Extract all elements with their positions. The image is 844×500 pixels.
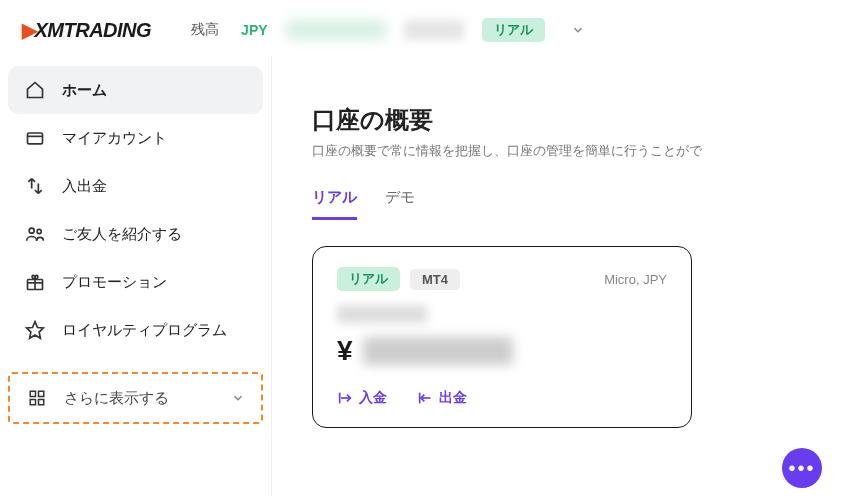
card-icon: [24, 127, 46, 149]
yen-symbol: ¥: [337, 335, 353, 367]
sidebar-item-label: ロイヤルティプログラム: [62, 321, 227, 340]
account-badge-real[interactable]: リアル: [482, 18, 545, 42]
sidebar-item-promotion[interactable]: プロモーション: [8, 258, 263, 306]
sidebar: ホーム マイアカウント 入出金 ご友人を紹介する プロモーション: [0, 56, 272, 496]
topbar: ▶ XMTRADING 残高 JPY リアル: [0, 0, 844, 56]
svg-marker-7: [27, 322, 44, 339]
balance-extra-hidden: [404, 20, 464, 40]
star-icon: [24, 319, 46, 341]
svg-rect-10: [30, 400, 35, 405]
svg-point-3: [37, 229, 41, 233]
card-badge-platform: MT4: [410, 269, 460, 290]
svg-rect-0: [28, 133, 43, 144]
sidebar-item-label: マイアカウント: [62, 129, 167, 148]
svg-point-2: [29, 228, 34, 233]
tab-demo[interactable]: デモ: [385, 188, 415, 220]
svg-rect-8: [30, 391, 35, 396]
grid-icon: [26, 387, 48, 409]
show-more-label: さらに表示する: [64, 389, 169, 408]
chevron-down-icon[interactable]: [571, 23, 585, 37]
balance-currency: JPY: [241, 22, 267, 38]
sidebar-item-label: 入出金: [62, 177, 107, 196]
dots-icon: •••: [788, 457, 815, 480]
more-actions-button[interactable]: •••: [782, 448, 822, 488]
card-account-type: Micro, JPY: [604, 272, 667, 287]
sidebar-item-loyalty[interactable]: ロイヤルティプログラム: [8, 306, 263, 354]
account-card: リアル MT4 Micro, JPY ¥ 入金: [312, 246, 692, 428]
deposit-button[interactable]: 入金: [337, 389, 387, 407]
sidebar-item-home[interactable]: ホーム: [8, 66, 263, 114]
svg-rect-11: [39, 400, 44, 405]
tab-real[interactable]: リアル: [312, 188, 357, 220]
gift-icon: [24, 271, 46, 293]
content: 口座の概要 口座の概要で常に情報を把握し、口座の管理を簡単に行うことがで リアル…: [272, 56, 844, 496]
chevron-down-icon: [231, 391, 245, 405]
sidebar-show-more[interactable]: さらに表示する: [8, 372, 263, 424]
deposit-label: 入金: [359, 389, 387, 407]
withdraw-label: 出金: [439, 389, 467, 407]
sidebar-item-myaccount[interactable]: マイアカウント: [8, 114, 263, 162]
sidebar-item-label: プロモーション: [62, 273, 167, 292]
home-icon: [24, 79, 46, 101]
page-title: 口座の概要: [312, 104, 844, 136]
logo: ▶ XMTRADING: [22, 18, 151, 42]
balance-label: 残高: [191, 21, 219, 39]
sidebar-item-refer[interactable]: ご友人を紹介する: [8, 210, 263, 258]
people-icon: [24, 223, 46, 245]
card-badge-real: リアル: [337, 267, 400, 291]
card-account-id-hidden: [337, 305, 427, 323]
account-tabs: リアル デモ: [312, 188, 844, 220]
sidebar-item-funds[interactable]: 入出金: [8, 162, 263, 210]
card-balance-hidden: [363, 337, 513, 365]
svg-rect-9: [39, 391, 44, 396]
withdraw-icon: [417, 390, 433, 406]
sidebar-item-label: ホーム: [62, 81, 107, 100]
logo-text: XMTRADING: [35, 19, 152, 42]
transfer-icon: [24, 175, 46, 197]
withdraw-button[interactable]: 出金: [417, 389, 467, 407]
page-subtitle: 口座の概要で常に情報を把握し、口座の管理を簡単に行うことがで: [312, 142, 844, 160]
sidebar-item-label: ご友人を紹介する: [62, 225, 182, 244]
deposit-icon: [337, 390, 353, 406]
balance-value-hidden: [286, 20, 386, 40]
